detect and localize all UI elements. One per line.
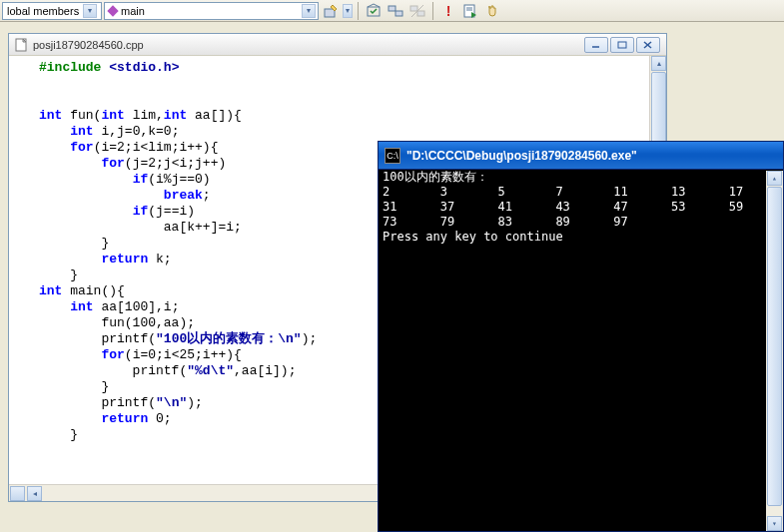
editor-titlebar[interactable]: posji18790284560.cpp	[9, 34, 666, 56]
console-window: C:\ "D:\CCCC\Debug\posji18790284560.exe"…	[378, 142, 784, 532]
code-line	[39, 92, 666, 108]
chevron-down-icon[interactable]: ▾	[83, 4, 97, 18]
svg-rect-5	[417, 11, 424, 16]
scroll-down-button[interactable]: ▾	[767, 516, 782, 531]
run-icon[interactable]: !	[438, 1, 458, 21]
console-output: 100以内的素数有： 2 3 5 7 11 13 17 31 37 41 43 …	[379, 170, 783, 245]
minimize-button[interactable]	[584, 37, 608, 53]
separator	[432, 2, 433, 20]
function-combo-text: main	[121, 5, 145, 17]
scope-combo[interactable]: lobal members ▾	[2, 2, 102, 20]
code-line: int i,j=0,k=0;	[39, 124, 666, 140]
scroll-thumb[interactable]	[767, 187, 782, 506]
dropdown-arrow-icon[interactable]: ▾	[343, 4, 353, 18]
svg-rect-4	[410, 6, 417, 11]
stop-build-icon[interactable]	[407, 1, 427, 21]
go-icon[interactable]	[460, 1, 480, 21]
console-icon: C:\	[385, 148, 400, 164]
function-combo[interactable]: main ▾	[104, 2, 319, 20]
console-vertical-scrollbar[interactable]: ▴ ▾	[766, 171, 783, 531]
svg-rect-2	[389, 6, 395, 11]
close-button[interactable]	[636, 37, 660, 53]
svg-rect-12	[618, 42, 626, 48]
compile-icon[interactable]	[364, 1, 384, 21]
scroll-up-button[interactable]: ▴	[767, 171, 782, 186]
svg-rect-3	[395, 11, 402, 16]
scroll-left-button[interactable]: ◂	[27, 486, 42, 501]
code-line: int fun(int lim,int aa[]){	[39, 108, 666, 124]
scope-combo-text: lobal members	[7, 5, 79, 17]
toolbar: lobal members ▾ main ▾ ▾ !	[0, 0, 784, 22]
scroll-up-button[interactable]: ▴	[651, 56, 666, 71]
breakpoint-hand-icon[interactable]	[482, 1, 502, 21]
split-box[interactable]	[10, 486, 25, 501]
code-line: #include <stdio.h>	[39, 60, 666, 76]
diamond-icon	[107, 5, 118, 16]
wizard-icon[interactable]	[321, 1, 341, 21]
cpp-file-icon	[15, 38, 29, 52]
console-title-text: "D:\CCCC\Debug\posji18790284560.exe"	[406, 149, 637, 163]
maximize-button[interactable]	[610, 37, 634, 53]
code-line	[39, 76, 666, 92]
console-titlebar[interactable]: C:\ "D:\CCCC\Debug\posji18790284560.exe"	[378, 141, 784, 170]
build-icon[interactable]	[386, 1, 405, 21]
chevron-down-icon[interactable]: ▾	[302, 4, 316, 18]
editor-filename: posji18790284560.cpp	[33, 39, 584, 51]
separator	[358, 2, 359, 20]
